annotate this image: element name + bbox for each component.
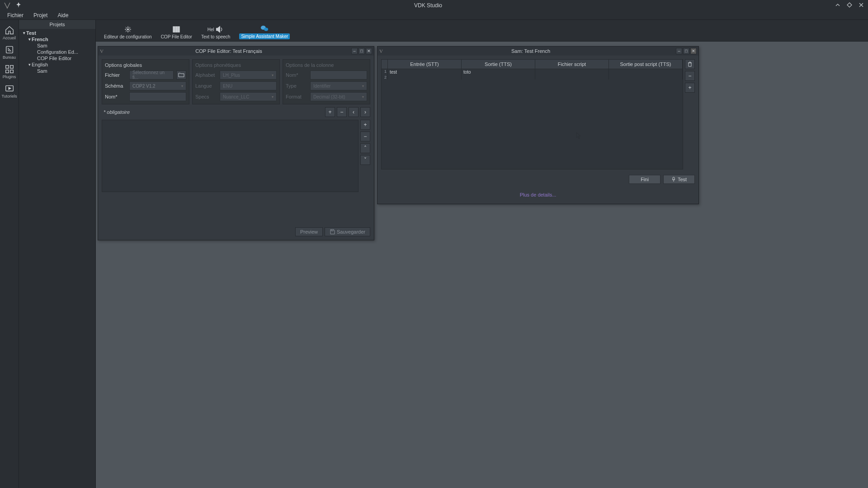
cop-maximize-icon[interactable]: □ bbox=[359, 48, 365, 54]
sam-maximize-icon[interactable]: □ bbox=[683, 48, 689, 54]
table-row[interactable]: 2 bbox=[382, 75, 683, 80]
menu-projet[interactable]: Projet bbox=[29, 11, 52, 19]
cop-close-icon[interactable]: ✕ bbox=[366, 48, 372, 54]
pin-icon[interactable] bbox=[15, 2, 22, 9]
tree-node[interactable]: Sam bbox=[19, 42, 95, 49]
window-close-icon[interactable] bbox=[858, 2, 864, 9]
svg-point-7 bbox=[127, 28, 129, 30]
app-logo-icon bbox=[4, 2, 11, 9]
tree-node[interactable]: ▾English bbox=[19, 61, 95, 68]
tool-simple-assistant-maker[interactable]: Simple Assistant Maker bbox=[236, 23, 293, 40]
toolbar: Editeur de configuration COP File Editor… bbox=[96, 20, 868, 42]
menu-fichier[interactable]: Fichier bbox=[3, 11, 28, 19]
global-options-group: Options globales Fichier Sélectionnez un… bbox=[102, 59, 189, 104]
window-sam: V Sam: Test French – □ ✕ Entrée (STT) bbox=[377, 46, 699, 204]
list-down-button[interactable]: ˅ bbox=[360, 155, 370, 165]
mandatory-note: * obligatoire bbox=[102, 109, 130, 115]
workspace: V COP File Editor: Test Français – □ ✕ O… bbox=[96, 42, 868, 488]
fichier-input[interactable]: Sélectionnez un fi... bbox=[129, 70, 174, 80]
projects-tree: ▾Test▾FrenchSamConfiguration Ed...COP Fi… bbox=[19, 29, 95, 75]
fini-button[interactable]: Fini bbox=[629, 175, 660, 184]
table-delete-icon[interactable] bbox=[685, 59, 695, 69]
svg-rect-4 bbox=[10, 70, 13, 73]
list-add-button[interactable]: + bbox=[360, 120, 370, 130]
col-nom-input[interactable] bbox=[310, 70, 367, 80]
tool-config-editor[interactable]: Editeur de configuration bbox=[100, 24, 156, 40]
schema-select[interactable]: COP2 V1.2 bbox=[129, 81, 186, 90]
phonetic-options-group: Options phonétiques Alphabet LH_Plus Lan… bbox=[192, 59, 280, 104]
table-remove-button[interactable]: − bbox=[685, 71, 695, 81]
sam-table[interactable]: Entrée (STT) Sortie (TTS) Fichier script… bbox=[381, 59, 683, 169]
next-button[interactable]: › bbox=[360, 107, 370, 117]
type-select[interactable]: Identifier bbox=[310, 81, 367, 90]
tree-node[interactable]: COP File Editor bbox=[19, 55, 95, 61]
activity-plugins[interactable]: Plugins bbox=[0, 61, 19, 81]
cop-window-titlebar[interactable]: V COP File Editor: Test Français – □ ✕ bbox=[98, 47, 374, 56]
window-maximize-icon[interactable] bbox=[846, 2, 853, 9]
sam-close-icon[interactable]: ✕ bbox=[690, 48, 697, 54]
test-button[interactable]: Test bbox=[663, 175, 695, 184]
table-add-button[interactable]: + bbox=[685, 83, 695, 93]
prev-button[interactable]: ‹ bbox=[349, 107, 359, 117]
column-options-group: Options de la colonne Nom* Type Identifi… bbox=[283, 59, 370, 104]
add-column-button[interactable]: + bbox=[325, 107, 335, 117]
projects-panel: Projets ▾Test▾FrenchSamConfiguration Ed.… bbox=[19, 20, 96, 488]
svg-rect-13 bbox=[673, 177, 675, 180]
activity-bar: Accueil Bureau Plugins Tutoriels bbox=[0, 20, 19, 488]
tree-node[interactable]: Configuration Ed... bbox=[19, 49, 95, 55]
projects-panel-title: Projets bbox=[19, 20, 95, 29]
langue-input[interactable]: ENU bbox=[220, 81, 277, 90]
sam-minimize-icon[interactable]: – bbox=[676, 48, 682, 54]
list-remove-button[interactable]: − bbox=[360, 131, 370, 141]
svg-rect-3 bbox=[5, 70, 8, 73]
window-minimize-icon[interactable] bbox=[835, 2, 841, 9]
tree-node[interactable]: ▾French bbox=[19, 36, 95, 42]
svg-rect-9 bbox=[175, 27, 178, 33]
sam-window-titlebar[interactable]: V Sam: Test French – □ ✕ bbox=[377, 47, 698, 56]
more-details-link[interactable]: Plus de details... bbox=[381, 189, 695, 200]
remove-column-button[interactable]: − bbox=[337, 107, 347, 117]
table-row[interactable]: 1testtoto bbox=[382, 69, 683, 75]
folder-open-icon[interactable] bbox=[176, 70, 186, 80]
tool-cop-editor[interactable]: COP File Editor bbox=[157, 24, 196, 40]
v-icon: V bbox=[100, 48, 106, 54]
v-icon: V bbox=[379, 48, 386, 54]
svg-point-12 bbox=[264, 28, 268, 31]
specs-select[interactable]: Nuance_LLC bbox=[220, 92, 277, 101]
svg-rect-1 bbox=[5, 66, 8, 68]
titlebar: VDK Studio bbox=[0, 0, 868, 11]
alphabet-select[interactable]: LH_Plus bbox=[220, 70, 277, 80]
activity-tutoriels[interactable]: Tutoriels bbox=[0, 81, 19, 100]
menubar: Fichier Projet Aide bbox=[0, 11, 868, 20]
app-title: VDK Studio bbox=[22, 2, 835, 9]
tree-node[interactable]: ▾Test bbox=[19, 30, 95, 36]
activity-accueil[interactable]: Accueil bbox=[0, 23, 19, 42]
format-select[interactable]: Decimal (32-bit) bbox=[310, 92, 367, 101]
tool-tts[interactable]: Hel Text to speech bbox=[198, 24, 234, 40]
list-up-button[interactable]: ˄ bbox=[360, 143, 370, 153]
nom-input[interactable] bbox=[129, 92, 186, 101]
menu-aide[interactable]: Aide bbox=[53, 11, 73, 19]
svg-rect-2 bbox=[10, 66, 13, 68]
svg-rect-10 bbox=[178, 27, 180, 33]
cop-minimize-icon[interactable]: – bbox=[351, 48, 358, 54]
save-button[interactable]: Sauvegarder bbox=[325, 227, 370, 236]
tree-node[interactable]: Sam bbox=[19, 68, 95, 74]
activity-bureau[interactable]: Bureau bbox=[0, 42, 19, 61]
preview-button[interactable]: Preview bbox=[295, 227, 323, 236]
window-cop-editor: V COP File Editor: Test Français – □ ✕ O… bbox=[98, 46, 374, 240]
svg-rect-8 bbox=[173, 27, 175, 33]
entries-list[interactable] bbox=[102, 120, 359, 192]
